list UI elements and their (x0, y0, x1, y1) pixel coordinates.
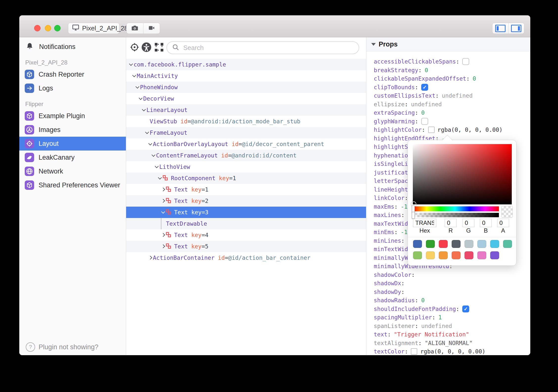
chevron-down-icon[interactable] (129, 62, 134, 67)
sidebar-item-leakcanary[interactable]: LeakCanary (19, 151, 126, 164)
blue-input[interactable] (480, 219, 492, 227)
props-header[interactable]: Props (366, 37, 530, 51)
tree-node-attr-equals: = (238, 141, 242, 147)
preset-swatch-f29a38[interactable] (439, 251, 448, 259)
sidebar-item-images[interactable]: Images (19, 123, 126, 137)
select-frame-button[interactable] (153, 41, 165, 54)
sidebar-item-shared-preferences-viewer[interactable]: Shared Preferences Viewer (19, 178, 126, 192)
chevron-down-icon[interactable] (141, 108, 146, 112)
preset-swatch-4267b2[interactable] (413, 240, 422, 248)
tree-row-framelayout[interactable]: FrameLayout (126, 127, 366, 138)
chevron-right-icon[interactable] (161, 187, 166, 192)
checkbox-unchecked[interactable] (421, 118, 428, 125)
preset-swatch-59bfa3[interactable] (503, 240, 512, 248)
screen-record-button[interactable] (143, 23, 160, 34)
chevron-down-icon[interactable] (161, 210, 166, 215)
sidebar-item-example-plugin[interactable]: Example Plugin (19, 109, 126, 123)
target-mode-button[interactable] (128, 41, 141, 54)
chevron-right-icon[interactable] (161, 244, 166, 249)
chevron-down-icon[interactable] (138, 96, 143, 101)
tree-node-attr-equals: = (228, 152, 232, 159)
zoom-button[interactable] (54, 25, 61, 31)
preset-swatch-31a02c[interactable] (426, 240, 435, 248)
tree-row-text-5[interactable]: Textkey=5 (126, 241, 366, 252)
chevron-right-icon[interactable] (161, 233, 166, 238)
tree-row-phonewindow[interactable]: PhoneWindow (126, 82, 366, 93)
search-input[interactable] (183, 44, 354, 52)
minimize-button[interactable] (45, 25, 51, 31)
preset-swatch-49c5ea[interactable] (490, 240, 499, 248)
tree-row-decorview[interactable]: DecorView (126, 93, 366, 104)
tree-row-lithoview[interactable]: LithoView (126, 161, 366, 173)
red-input[interactable] (445, 219, 457, 227)
accessibility-mode-button[interactable] (140, 41, 153, 54)
chevron-down-icon[interactable] (151, 153, 156, 158)
alpha-slider[interactable] (413, 213, 499, 217)
tree-row-textdrawable[interactable]: TextDrawable (126, 218, 366, 229)
monitor-icon (72, 24, 80, 33)
preset-swatch-575e68[interactable] (452, 240, 461, 248)
color-swatch-button[interactable] (411, 348, 417, 355)
plugin-help-link[interactable]: ? Plugin not showing? (19, 341, 126, 353)
toggle-right-sidebar-button[interactable] (508, 23, 524, 34)
hue-slider[interactable] (413, 206, 499, 211)
tree-node-name: ContentFrameLayout (156, 152, 218, 159)
tree-row-text-3[interactable]: Textkey=3 (126, 207, 366, 218)
preset-swatch-f4714d[interactable] (452, 251, 461, 259)
sidebar-item-network[interactable]: Network (19, 164, 126, 178)
close-button[interactable] (34, 25, 41, 31)
color-swatch-button[interactable] (428, 127, 435, 133)
preset-swatch-7a55d4[interactable] (490, 251, 499, 259)
chevron-down-icon[interactable] (135, 85, 140, 90)
tree-row-text-1[interactable]: Textkey=1 (126, 184, 366, 195)
tree-node-attr-value: 3 (205, 209, 209, 216)
toggle-left-sidebar-button[interactable] (492, 23, 508, 34)
sidebar-item-crash-reporter[interactable]: Crash Reporter (19, 67, 126, 81)
tree-node-attr-key: id (221, 152, 228, 159)
checkbox-unchecked[interactable] (462, 58, 469, 65)
saturation-area[interactable] (413, 144, 512, 204)
tree-row-linearlayout[interactable]: LinearLayout (126, 104, 366, 116)
chevron-down-icon[interactable] (145, 130, 150, 135)
preset-swatch-b9c7cd[interactable] (465, 240, 473, 248)
sidebar-item-logs[interactable]: Logs (19, 81, 126, 95)
tree-row-mainactivity[interactable]: MainActivity (126, 70, 366, 82)
preset-swatch-e779c4[interactable] (477, 251, 486, 259)
tree-row-viewstub-androididactionmodebarstub[interactable]: ViewStubid=@android:id/action_mode_bar_s… (126, 116, 366, 127)
preset-swatch-90c564[interactable] (413, 251, 422, 259)
sidebar-item-notifications[interactable]: Notifications (19, 40, 126, 54)
preset-swatch-ea4969[interactable] (465, 251, 473, 259)
titlebar: Pixel_2_API_28 (19, 15, 530, 37)
chevron-down-icon[interactable] (158, 176, 163, 181)
chevron-right-icon[interactable] (161, 198, 166, 203)
tree-row-text-2[interactable]: Textkey=2 (126, 195, 366, 207)
chevron-right-icon[interactable] (148, 255, 153, 260)
target-icon (25, 139, 34, 148)
checkbox-checked[interactable]: ✓ (421, 84, 428, 91)
preset-swatch-a6cbdf[interactable] (477, 240, 486, 248)
alpha-slider-handle[interactable] (412, 212, 415, 219)
alpha-input[interactable] (497, 219, 509, 227)
preset-swatch-f7d164[interactable] (426, 251, 435, 259)
preset-swatch-f53d4c[interactable] (439, 240, 448, 248)
chevron-down-icon[interactable] (148, 142, 153, 147)
tree-row-contentframelayout-androididcontent[interactable]: ContentFrameLayoutid=@android:id/content (126, 150, 366, 161)
tree-row-actionbarcontainer-idactionbarcontainer[interactable]: ActionBarContainerid=@id/action_bar_cont… (126, 252, 366, 263)
green-input[interactable] (463, 219, 474, 227)
chevron-down-icon[interactable] (132, 73, 137, 78)
tree-node-attr-key: key (219, 175, 229, 181)
screenshot-button[interactable] (127, 23, 143, 34)
tree-row-com.facebook.flipper.sample[interactable]: com.facebook.flipper.sample (126, 59, 366, 70)
tree-node-name: ActionBarContainer (153, 255, 214, 261)
tree-row-text-4[interactable]: Textkey=4 (126, 229, 366, 241)
device-selector-button[interactable]: Pixel_2_API_28 (68, 23, 119, 34)
sidebar-item-layout[interactable]: Layout (19, 137, 126, 151)
prop-value: "Trigger Notification" (394, 331, 469, 338)
prop-row-spacingMultiplier: spacingMultiplier:1 (366, 313, 530, 322)
tree-row-actionbaroverlaylayout-iddecorcontentparent[interactable]: ActionBarOverlayLayoutid=@id/decor_conte… (126, 138, 366, 150)
chevron-down-icon[interactable] (154, 164, 159, 169)
hex-input[interactable] (413, 219, 436, 227)
checkbox-checked[interactable]: ✓ (462, 305, 469, 312)
tree-row-rootcomponent-1[interactable]: RootComponentkey=1 (126, 173, 366, 184)
prop-colon: : (401, 280, 405, 286)
